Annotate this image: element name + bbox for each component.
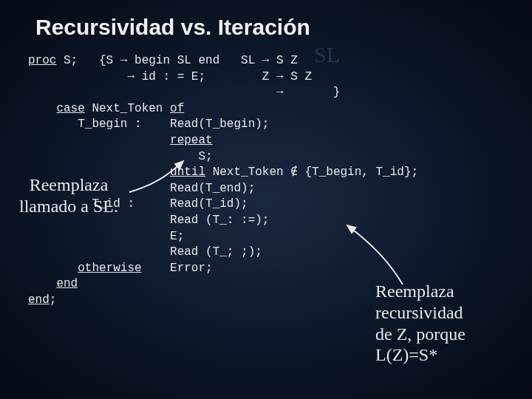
annotation-left: Reemplaza llamado a SL. (19, 174, 118, 217)
otherwise-keyword: otherwise (78, 262, 141, 275)
code-pad (28, 134, 170, 147)
end-keyword: end (28, 293, 50, 307)
annotation-text: llamado a SL. (19, 196, 118, 217)
slide-title: Recursividad vs. Iteración (0, 0, 532, 40)
code-line: S; (0, 149, 532, 166)
code-text: Next_Token ∉ {T_begin, T_id}; (205, 166, 418, 179)
proc-keyword: proc (28, 54, 56, 67)
code-line: → id : = E; Z → S Z (0, 69, 532, 86)
code-pad (28, 277, 56, 290)
annotation-text: de Z, porque (375, 324, 466, 345)
end-keyword: end (56, 277, 78, 290)
code-text: ; (50, 293, 57, 307)
code-text: Error; (142, 262, 213, 275)
case-keyword: case (56, 102, 84, 115)
code-line: E; (0, 229, 532, 245)
annotation-text: Reemplaza (19, 174, 118, 196)
code-line: → } (0, 85, 532, 101)
until-keyword: until (170, 166, 205, 179)
annotation-text: recursividad (375, 302, 466, 324)
annotation-text: Reemplaza (375, 281, 466, 302)
of-keyword: of (170, 102, 184, 115)
code-line: T_begin : Read(T_begin); (0, 117, 532, 133)
code-line: Read (T_; ;); (0, 245, 532, 261)
code-line: proc S; {S → begin SL end SL → S Z (0, 53, 532, 69)
annotation-right: Reemplaza recursividad de Z, porque L(Z)… (375, 281, 466, 366)
code-pad (28, 262, 78, 275)
code-text: S; {S → begin SL end SL → S Z (56, 54, 297, 67)
repeat-keyword: repeat (170, 134, 213, 147)
code-line: case Next_Token of (0, 101, 532, 117)
annotation-text: L(Z)=S* (375, 344, 466, 366)
code-line: otherwise Error; (0, 261, 532, 277)
code-line: repeat (0, 133, 532, 149)
code-text: Next_Token (85, 102, 170, 115)
